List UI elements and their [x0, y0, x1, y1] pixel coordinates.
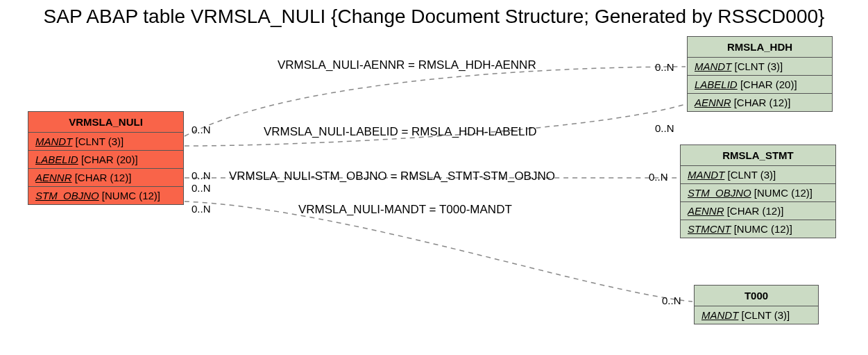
entity-t000: T000 MANDT [CLNT (3)] [694, 285, 819, 324]
entity-header: T000 [695, 286, 818, 306]
entity-rmsla-hdh: RMSLA_HDH MANDT [CLNT (3)] LABELID [CHAR… [687, 36, 833, 112]
field-name: STM_OBJNO [688, 187, 751, 199]
entity-header: RMSLA_STMT [681, 145, 835, 166]
field-type: [CHAR (12)] [75, 172, 132, 183]
field-type: [CLNT (3)] [728, 169, 776, 181]
field-type: [NUMC (12)] [734, 223, 792, 235]
cardinality: 0..N [192, 170, 211, 181]
entity-field: LABELID [CHAR (20)] [688, 76, 832, 94]
entity-field: STMCNT [NUMC (12)] [681, 220, 835, 238]
cardinality: 0..N [192, 182, 211, 194]
diagram-title: SAP ABAP table VRMSLA_NULI {Change Docum… [0, 6, 868, 28]
entity-vrmsla-nuli: VRMSLA_NULI MANDT [CLNT (3)] LABELID [CH… [28, 111, 184, 205]
field-name: AENNR [688, 205, 724, 217]
entity-header: VRMSLA_NULI [28, 112, 183, 133]
cardinality: 0..N [655, 122, 674, 134]
entity-field: MANDT [CLNT (3)] [28, 133, 183, 151]
entity-field: AENNR [CHAR (12)] [28, 169, 183, 187]
cardinality: 0..N [662, 295, 681, 306]
field-type: [CHAR (20)] [740, 79, 797, 90]
entity-field: MANDT [CLNT (3)] [688, 58, 832, 76]
field-type: [CLNT (3)] [76, 135, 124, 147]
entity-field: STM_OBJNO [NUMC (12)] [28, 187, 183, 204]
entity-header: RMSLA_HDH [688, 37, 832, 58]
entity-field: LABELID [CHAR (20)] [28, 151, 183, 169]
entity-field: STM_OBJNO [NUMC (12)] [681, 184, 835, 202]
cardinality: 0..N [192, 124, 211, 135]
field-name: AENNR [695, 97, 731, 108]
field-name: MANDT [701, 309, 738, 321]
entity-field: MANDT [CLNT (3)] [681, 166, 835, 184]
entity-field: AENNR [CHAR (12)] [681, 202, 835, 220]
field-name: STM_OBJNO [35, 190, 99, 201]
field-type: [CHAR (12)] [734, 97, 791, 108]
field-name: AENNR [35, 172, 72, 183]
field-name: STMCNT [688, 223, 731, 235]
relation-label: VRMSLA_NULI-MANDT = T000-MANDT [298, 203, 512, 217]
field-type: [CHAR (20)] [81, 154, 138, 165]
relation-label: VRMSLA_NULI-STM_OBJNO = RMSLA_STMT-STM_O… [229, 170, 555, 183]
entity-field: AENNR [CHAR (12)] [688, 94, 832, 111]
entity-rmsla-stmt: RMSLA_STMT MANDT [CLNT (3)] STM_OBJNO [N… [680, 145, 836, 238]
cardinality: 0..N [655, 61, 674, 73]
field-name: MANDT [35, 135, 72, 147]
field-type: [CHAR (12)] [727, 205, 784, 217]
field-type: [CLNT (3)] [742, 309, 790, 321]
field-name: LABELID [35, 154, 78, 165]
field-type: [NUMC (12)] [754, 187, 812, 199]
field-name: LABELID [695, 79, 738, 90]
relation-label: VRMSLA_NULI-AENNR = RMSLA_HDH-AENNR [278, 58, 536, 72]
cardinality: 0..N [649, 171, 668, 183]
field-name: MANDT [688, 169, 724, 181]
field-type: [CLNT (3)] [735, 60, 783, 72]
cardinality: 0..N [192, 203, 211, 215]
entity-field: MANDT [CLNT (3)] [695, 306, 818, 324]
relation-label: VRMSLA_NULI-LABELID = RMSLA_HDH-LABELID [264, 125, 537, 139]
field-type: [NUMC (12)] [102, 190, 160, 201]
field-name: MANDT [695, 60, 731, 72]
